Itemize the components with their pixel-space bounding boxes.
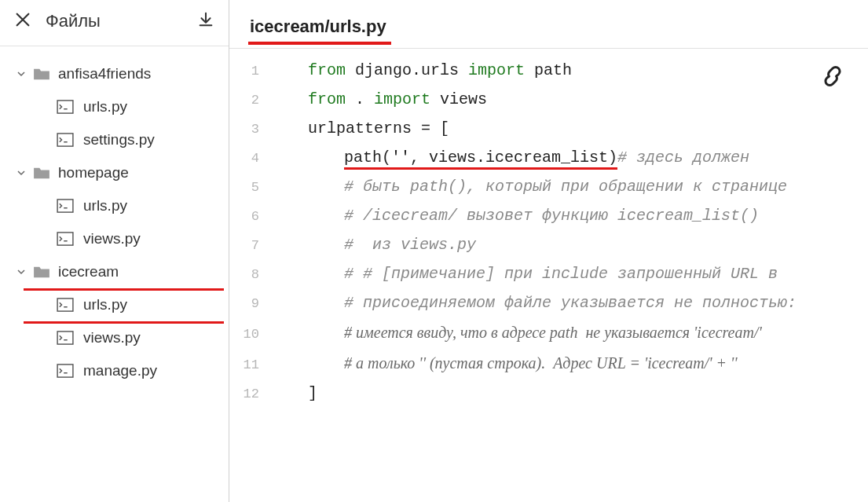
file-manage-py[interactable]: manage.py: [0, 354, 229, 387]
folder-anfisa4friends[interactable]: anfisa4friends: [0, 57, 229, 90]
code-text: path: [525, 61, 572, 79]
folder-label: anfisa4friends: [58, 65, 151, 82]
line-number: 9: [229, 290, 277, 318]
code-line: 2 from . import views: [229, 86, 868, 115]
line-number: 6: [229, 203, 277, 231]
file-views-py[interactable]: views.py: [0, 321, 229, 354]
code-text: .: [346, 90, 374, 108]
comment: # быть path(), который при обращении к с…: [344, 178, 787, 196]
folder-homepage[interactable]: homepage: [0, 156, 229, 189]
file-label: urls.py: [83, 197, 127, 214]
copy-link-button[interactable]: [819, 63, 846, 90]
line-number: 4: [229, 145, 277, 173]
comment: # /icecream/ вызовет функцию icecream_li…: [344, 207, 759, 225]
line-number: 8: [229, 261, 277, 289]
script-file-icon: [57, 298, 74, 312]
line-number: 2: [229, 86, 277, 115]
script-file-icon: [57, 364, 74, 378]
line-number: 11: [229, 351, 277, 379]
keyword: from: [308, 90, 346, 108]
script-file-icon: [57, 133, 74, 147]
svg-rect-1: [57, 134, 73, 146]
close-icon[interactable]: [14, 11, 31, 31]
script-file-icon: [57, 331, 74, 345]
file-label: views.py: [83, 230, 141, 247]
comment: # а только '' (пустая строка). Адрес URL…: [344, 354, 738, 372]
file-label: urls.py: [83, 296, 127, 313]
svg-rect-4: [57, 299, 73, 311]
code-line: 6 # /icecream/ вызовет функцию icecream_…: [229, 202, 868, 231]
highlight-underline: [248, 42, 391, 45]
file-label: settings.py: [83, 131, 155, 148]
file-label: manage.py: [83, 362, 157, 379]
tree-folder: homepage urls.py views.py: [0, 156, 229, 255]
comment: # присоединяемом файле указывается не по…: [344, 294, 797, 312]
code-line: 11 # а только '' (пустая строка). Адрес …: [229, 349, 868, 379]
folder-label: homepage: [58, 164, 129, 181]
caret-down-icon: [17, 268, 25, 276]
code-text: path('', views.icecream_list): [344, 148, 617, 170]
code-line: 10 # имеется ввиду, что в адресе path не…: [229, 318, 868, 349]
sidebar: Файлы anfisa4friends urls.py set: [0, 0, 229, 502]
code-area[interactable]: 1 from django.urls import path 2 from . …: [229, 49, 868, 502]
sidebar-title: Файлы: [46, 11, 183, 31]
tab-bar: icecream/urls.py: [229, 0, 868, 49]
code-line: 12 ]: [229, 379, 868, 409]
comment: # # [примечание] при include запрошенный…: [344, 265, 778, 283]
code-text: views: [430, 90, 487, 108]
tree-folder: icecream urls.py views.py: [0, 255, 229, 354]
svg-rect-5: [57, 332, 73, 344]
line-number: 10: [229, 321, 277, 349]
folder-icon: [33, 67, 50, 81]
editor: icecream/urls.py 1 from django.urls impo…: [229, 0, 868, 502]
svg-rect-2: [57, 200, 73, 212]
file-urls-py[interactable]: urls.py: [0, 90, 229, 123]
line-number: 3: [229, 115, 277, 144]
line-number: 12: [229, 380, 277, 409]
code-text: django.urls: [346, 61, 468, 79]
code-line: 3 urlpatterns = [: [229, 115, 868, 144]
svg-rect-3: [57, 233, 73, 245]
file-label: views.py: [83, 329, 141, 346]
folder-icecream[interactable]: icecream: [0, 255, 229, 288]
line-number: 5: [229, 174, 277, 202]
script-file-icon: [57, 199, 74, 213]
app-root: Файлы anfisa4friends urls.py set: [0, 0, 868, 502]
download-icon[interactable]: [197, 11, 214, 31]
code-line: 1 from django.urls import path: [229, 57, 868, 86]
caret-down-icon: [17, 169, 25, 177]
tree-folder: anfisa4friends urls.py settings.py: [0, 57, 229, 156]
keyword: import: [374, 90, 430, 108]
file-urls-py-active[interactable]: urls.py: [0, 288, 229, 321]
file-settings-py[interactable]: settings.py: [0, 123, 229, 156]
file-views-py[interactable]: views.py: [0, 222, 229, 255]
folder-icon: [33, 166, 50, 180]
script-file-icon: [57, 100, 74, 114]
code-line: 8 # # [примечание] при include запрошенн…: [229, 260, 868, 289]
code-text: urlpatterns = [: [308, 119, 449, 137]
tab-title: icecream/urls.py: [250, 16, 386, 36]
line-number: 1: [229, 57, 277, 86]
caret-down-icon: [17, 70, 25, 78]
comment: # здесь должен: [617, 148, 749, 167]
sidebar-header: Файлы: [0, 5, 229, 46]
folder-icon: [33, 265, 50, 279]
svg-rect-6: [57, 365, 73, 377]
comment: # из views.py: [344, 236, 476, 254]
script-file-icon: [57, 232, 74, 246]
tab-active[interactable]: icecream/urls.py: [248, 12, 391, 48]
file-urls-py[interactable]: urls.py: [0, 189, 229, 222]
file-tree: anfisa4friends urls.py settings.py homep…: [0, 46, 229, 387]
keyword: import: [468, 61, 525, 79]
svg-rect-0: [57, 101, 73, 113]
line-number: 7: [229, 232, 277, 260]
code-text: ]: [308, 384, 317, 402]
keyword: from: [308, 61, 346, 79]
file-label: urls.py: [83, 98, 127, 115]
folder-label: icecream: [58, 263, 119, 280]
code-line: 9 # присоединяемом файле указывается не …: [229, 289, 868, 318]
code-line: 5 # быть path(), который при обращении к…: [229, 173, 868, 202]
code-line: 7 # из views.py: [229, 231, 868, 260]
comment: # имеется ввиду, что в адресе path не ук…: [344, 324, 762, 341]
code-line: 4 path('', views.icecream_list)# здесь д…: [229, 144, 868, 173]
